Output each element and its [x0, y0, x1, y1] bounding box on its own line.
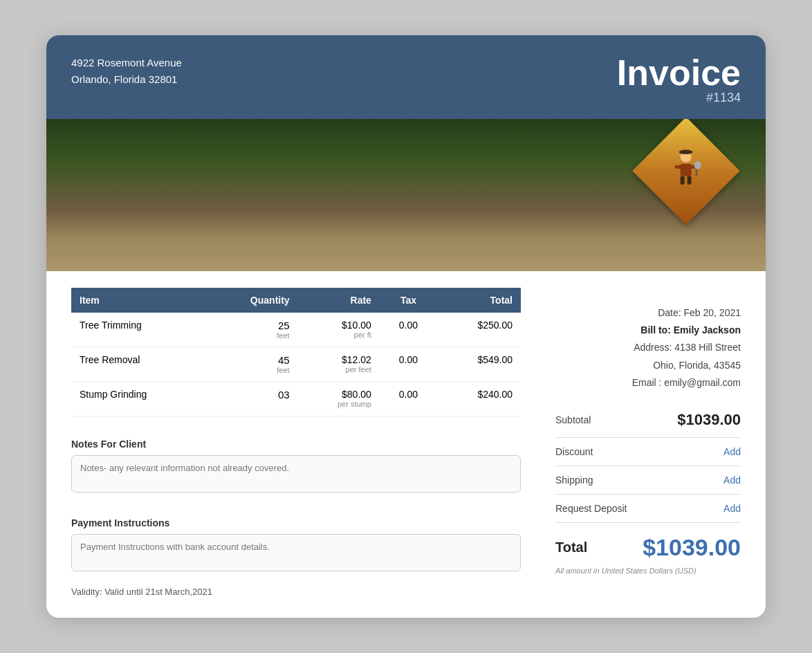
- invoice-title-block: Invoice #1134: [617, 55, 741, 105]
- col-total: Total: [437, 288, 521, 313]
- item-total: $250.00: [437, 313, 521, 347]
- item-quantity: 03: [207, 382, 298, 416]
- bill-to-name: Bill to: Emily Jackson: [555, 322, 741, 339]
- item-rate: $80.00 per stump: [298, 382, 380, 416]
- payment-label: Payment Instructions: [71, 517, 521, 528]
- shipping-label: Shipping: [555, 475, 593, 486]
- item-quantity: 25 feet: [207, 313, 298, 347]
- deposit-label: Request Deposit: [555, 503, 627, 514]
- col-item: Item: [71, 288, 207, 313]
- total-row: Total $1039.00: [555, 523, 741, 564]
- table-header-row: Item Quantity Rate Tax Total: [71, 288, 521, 313]
- item-rate: $12.02 per feet: [298, 347, 380, 382]
- col-quantity: Quantity: [207, 288, 298, 313]
- deposit-add-button[interactable]: Add: [723, 503, 741, 514]
- item-rate: $10.00 per ft: [298, 313, 380, 347]
- currency-note: All amount in United States Dollars (USD…: [555, 567, 741, 575]
- deposit-row: Request Deposit Add: [555, 495, 741, 523]
- items-table: Item Quantity Rate Tax Total Tree Trimmi…: [71, 288, 521, 416]
- notes-input[interactable]: [71, 455, 521, 493]
- invoice-container: 4922 Rosemont Avenue Orlando, Florida 32…: [46, 35, 766, 618]
- svg-point-7: [694, 161, 701, 169]
- item-tax: 0.00: [380, 347, 437, 382]
- item-name: Tree Trimming: [71, 313, 207, 347]
- subtotal-label: Subtotal: [555, 414, 591, 425]
- invoice-date: Date: Feb 20, 2021: [555, 304, 741, 322]
- subtotal-value: $1039.00: [677, 411, 741, 429]
- shipping-row: Shipping Add: [555, 466, 741, 495]
- billing-address-city: Ohio, Florida, 43545: [555, 357, 741, 374]
- col-tax: Tax: [380, 288, 437, 313]
- item-quantity: 45 feet: [207, 347, 298, 382]
- item-name: Stump Grinding: [71, 382, 207, 416]
- banner-image: [46, 119, 766, 271]
- logo-icon: [665, 147, 707, 195]
- totals-section: Subtotal $1039.00 Discount Add Shipping …: [555, 403, 741, 575]
- subtotal-row: Subtotal $1039.00: [555, 403, 741, 438]
- company-address: 4922 Rosemont Avenue Orlando, Florida 32…: [71, 55, 182, 88]
- payment-input[interactable]: [71, 534, 521, 571]
- billing-address-line1: Address: 4138 Hill Street: [555, 339, 741, 356]
- table-row: Stump Grinding 03 $80.00 per stump: [71, 382, 521, 416]
- discount-row: Discount Add: [555, 438, 741, 466]
- item-tax: 0.00: [380, 313, 437, 347]
- date-value: Feb 20, 2021: [683, 307, 741, 318]
- total-label: Total: [555, 540, 587, 555]
- payment-section: Payment Instructions: [71, 517, 521, 574]
- svg-rect-9: [682, 150, 690, 154]
- item-total: $549.00: [437, 347, 521, 382]
- notes-section: Notes For Client: [71, 439, 521, 495]
- col-rate: Rate: [298, 288, 380, 313]
- billing-info: Date: Feb 20, 2021 Bill to: Emily Jackso…: [555, 304, 741, 392]
- invoice-number: #1134: [617, 91, 741, 105]
- right-column: Date: Feb 20, 2021 Bill to: Emily Jackso…: [542, 271, 741, 597]
- discount-label: Discount: [555, 446, 593, 457]
- left-column: Item Quantity Rate Tax Total Tree Trimmi…: [71, 271, 542, 597]
- table-row: Tree Removal 45 feet $12.02 per feet: [71, 347, 521, 382]
- invoice-title: Invoice: [617, 55, 741, 91]
- svg-rect-2: [675, 165, 682, 169]
- total-value: $1039.00: [643, 534, 741, 561]
- discount-add-button[interactable]: Add: [723, 446, 741, 457]
- date-label: Date:: [658, 307, 681, 318]
- item-total: $240.00: [437, 382, 521, 416]
- address-line1: 4922 Rosemont Avenue: [71, 55, 182, 71]
- validity-text: Validity: Valid until 21st March,2021: [71, 587, 521, 597]
- item-name: Tree Removal: [71, 347, 207, 382]
- shipping-add-button[interactable]: Add: [723, 475, 741, 486]
- lumberjack-logo: [665, 147, 707, 189]
- invoice-header: 4922 Rosemont Avenue Orlando, Florida 32…: [46, 35, 766, 119]
- billing-email: Email : emily@gmail.com: [555, 374, 741, 392]
- svg-rect-4: [681, 176, 685, 185]
- item-tax: 0.00: [380, 382, 437, 416]
- svg-rect-1: [681, 164, 692, 176]
- notes-label: Notes For Client: [71, 439, 521, 450]
- address-line2: Orlando, Florida 32801: [71, 71, 182, 88]
- table-row: Tree Trimming 25 feet $10.00 per ft: [71, 313, 521, 347]
- table-body: Tree Trimming 25 feet $10.00 per ft: [71, 313, 521, 416]
- svg-rect-5: [688, 176, 692, 185]
- main-content: Item Quantity Rate Tax Total Tree Trimmi…: [46, 271, 766, 618]
